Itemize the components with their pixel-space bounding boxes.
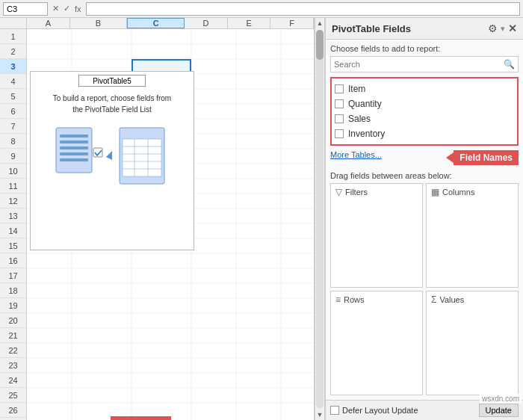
area-values[interactable]: Σ Values [426, 291, 519, 395]
watermark: wsxdn.com [480, 394, 522, 404]
fields-search-input[interactable] [331, 60, 501, 69]
confirm-formula-btn[interactable]: ✓ [62, 4, 72, 13]
svg-marker-46 [106, 151, 112, 160]
field-label-item: Item [348, 84, 365, 94]
area-rows-header: ≡ Rows [335, 294, 418, 305]
formula-input[interactable] [86, 2, 520, 16]
more-tables-row: More Tables... Field Names [330, 150, 519, 165]
field-checkbox-inventory[interactable] [335, 129, 344, 138]
vertical-scrollbar[interactable]: ▲ ▼ [315, 18, 325, 420]
col-header-D[interactable]: D [185, 18, 228, 28]
row-num-18: 18 [0, 283, 26, 298]
field-label-inventory: Inventory [348, 129, 385, 139]
row-num-1: 1 [0, 29, 26, 44]
area-values-label: Values [439, 295, 464, 304]
field-label-quantity: Quantity [348, 99, 382, 109]
col-header-B[interactable]: B [70, 18, 128, 28]
area-columns-header: ▦ Columns [431, 187, 513, 197]
svg-rect-33 [60, 140, 88, 143]
area-filters-label: Filters [345, 188, 368, 197]
formula-buttons: ✕ ✓ fx [48, 4, 86, 13]
gear-icon[interactable]: ⚙ [488, 22, 498, 34]
pivot-panel-header: PivotTable Fields ⚙ ▾ ✕ [326, 18, 523, 40]
col-header-C[interactable]: C [127, 18, 185, 28]
defer-layout-checkbox[interactable] [330, 406, 339, 415]
row-num-17: 17 [0, 268, 26, 283]
field-item-quantity: Quantity [335, 96, 514, 111]
field-checkbox-sales[interactable] [335, 114, 344, 123]
row-num-22: 22 [0, 343, 26, 358]
row-num-25: 25 [0, 388, 26, 403]
svg-rect-36 [60, 158, 88, 161]
svg-rect-34 [60, 146, 88, 149]
field-item-sales: Sales [335, 111, 514, 126]
row-num-26: 26 [0, 403, 26, 418]
row-num-13: 13 [0, 209, 26, 223]
field-checkbox-quantity[interactable] [335, 99, 344, 108]
svg-rect-32 [60, 135, 88, 138]
defer-layout-row: Defer Layout Update [330, 406, 418, 415]
more-tables-link[interactable]: More Tables... [330, 150, 382, 159]
row-num-4: 4 [0, 74, 26, 89]
scroll-up-btn[interactable]: ▲ [315, 18, 325, 28]
scroll-down-btn[interactable]: ▼ [315, 410, 325, 420]
row-num-7: 7 [0, 119, 26, 134]
svg-rect-45 [93, 148, 102, 157]
row-num-6: 6 [0, 104, 26, 119]
field-label-sales: Sales [348, 114, 371, 124]
row-num-9: 9 [0, 149, 26, 164]
row-num-14: 14 [0, 223, 26, 238]
insert-function-btn[interactable]: fx [73, 4, 83, 13]
scroll-thumb-v[interactable] [316, 30, 324, 60]
field-item-inventory: Inventory [335, 126, 514, 141]
area-filters[interactable]: ▽ Filters [330, 183, 423, 288]
row-num-16: 16 [0, 253, 26, 268]
row-num-15: 15 [0, 238, 26, 253]
row-numbers: 1 2 3 4 5 6 7 8 9 10 11 12 13 14 15 16 1 [0, 29, 27, 420]
col-header-A[interactable]: A [27, 18, 70, 28]
dropdown-arrow-icon[interactable]: ▾ [501, 24, 505, 34]
row-num-19: 19 [0, 298, 26, 313]
field-names-label: Field Names [454, 150, 519, 165]
area-rows[interactable]: ≡ Rows [330, 291, 423, 395]
cell-area[interactable]: PivotTable5 To build a report, choose fi… [27, 29, 314, 420]
name-box[interactable] [3, 2, 48, 16]
col-header-F[interactable]: F [270, 18, 314, 28]
row-num-20: 20 [0, 313, 26, 328]
search-box[interactable]: 🔍 [330, 56, 519, 72]
columns-icon: ▦ [431, 187, 439, 197]
new-sheet-label: New Sheet [111, 416, 171, 420]
close-panel-button[interactable]: ✕ [508, 22, 517, 34]
update-button[interactable]: Update [479, 404, 519, 417]
row-num-10: 10 [0, 164, 26, 179]
row-num-12: 12 [0, 194, 26, 209]
row-num-23: 23 [0, 358, 26, 373]
area-values-header: Σ Values [431, 294, 513, 305]
panel-controls: ⚙ ▾ ✕ [488, 22, 517, 34]
svg-rect-35 [60, 152, 88, 155]
header-spacer [0, 18, 27, 28]
row-num-2: 2 [0, 44, 26, 59]
column-headers: A B C D E F [0, 18, 314, 29]
pivot-panel-title: PivotTable Fields [332, 23, 411, 34]
area-rows-label: Rows [344, 295, 365, 304]
pivot-panel: PivotTable Fields ⚙ ▾ ✕ Choose fields to… [325, 18, 523, 420]
scroll-track [316, 30, 324, 408]
callout-arrow-icon [446, 152, 454, 163]
main-layout: A B C D E F 1 2 3 4 5 6 7 8 9 [0, 18, 523, 420]
new-sheet-callout: New Sheet [111, 416, 171, 420]
pivot-table-title: PivotTable5 [78, 75, 146, 87]
area-columns-label: Columns [442, 188, 474, 197]
row-num-11: 11 [0, 179, 26, 194]
field-names-callout: Field Names [446, 150, 519, 165]
field-checkbox-item[interactable] [335, 84, 344, 93]
formula-bar-container: ✕ ✓ fx [0, 0, 523, 18]
col-header-E[interactable]: E [228, 18, 271, 28]
filter-icon: ▽ [335, 187, 342, 197]
area-filters-header: ▽ Filters [335, 187, 418, 197]
field-item-item: Item [335, 81, 514, 96]
area-columns[interactable]: ▦ Columns [426, 183, 519, 288]
svg-rect-38 [123, 139, 161, 176]
cancel-formula-btn[interactable]: ✕ [51, 4, 61, 13]
pivot-panel-body: Choose fields to add to report: 🔍 Item Q… [326, 40, 523, 400]
